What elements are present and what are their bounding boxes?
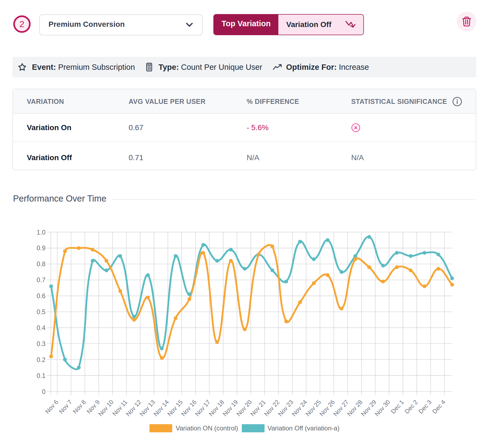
svg-text:Nov 24: Nov 24 — [291, 399, 308, 418]
svg-text:Dec 4: Dec 4 — [431, 399, 447, 415]
svg-text:Nov 16: Nov 16 — [180, 399, 198, 418]
svg-text:0.4: 0.4 — [37, 324, 45, 331]
svg-text:Dec 3: Dec 3 — [417, 399, 433, 415]
svg-text:Nov 10: Nov 10 — [97, 399, 115, 418]
svg-text:0.2: 0.2 — [37, 356, 45, 363]
svg-text:Nov 25: Nov 25 — [304, 399, 322, 418]
svg-text:Nov 23: Nov 23 — [277, 399, 295, 418]
svg-text:Nov 19: Nov 19 — [221, 399, 239, 418]
svg-text:1.0: 1.0 — [37, 229, 45, 236]
svg-text:0.3: 0.3 — [37, 340, 45, 347]
svg-text:0.1: 0.1 — [37, 372, 45, 379]
svg-text:Nov 14: Nov 14 — [152, 399, 170, 418]
svg-text:Nov 12: Nov 12 — [125, 399, 142, 418]
svg-text:Nov 13: Nov 13 — [138, 399, 156, 418]
svg-text:Nov 21: Nov 21 — [249, 399, 267, 418]
svg-text:Nov 26: Nov 26 — [318, 399, 336, 418]
svg-text:Dec 2: Dec 2 — [403, 399, 419, 415]
svg-text:Nov 30: Nov 30 — [373, 399, 391, 418]
svg-text:0.6: 0.6 — [37, 292, 45, 299]
svg-text:0.7: 0.7 — [37, 276, 45, 284]
svg-text:Nov 6: Nov 6 — [44, 399, 60, 415]
svg-text:Nov 7: Nov 7 — [58, 399, 73, 415]
svg-text:Dec 1: Dec 1 — [390, 399, 405, 415]
svg-text:0: 0 — [42, 388, 45, 395]
svg-text:Nov 18: Nov 18 — [208, 399, 226, 418]
svg-text:0.5: 0.5 — [37, 308, 45, 315]
svg-text:0.8: 0.8 — [37, 261, 45, 268]
svg-text:Nov 29: Nov 29 — [360, 399, 377, 418]
svg-text:Nov 15: Nov 15 — [166, 399, 184, 418]
svg-text:Nov 20: Nov 20 — [235, 399, 253, 418]
svg-text:0.9: 0.9 — [37, 245, 45, 252]
svg-text:Nov 27: Nov 27 — [332, 399, 350, 418]
svg-text:Nov 22: Nov 22 — [263, 399, 281, 418]
svg-text:Nov 28: Nov 28 — [346, 399, 364, 418]
svg-text:Nov 17: Nov 17 — [194, 399, 212, 418]
svg-text:Nov 8: Nov 8 — [71, 399, 87, 415]
